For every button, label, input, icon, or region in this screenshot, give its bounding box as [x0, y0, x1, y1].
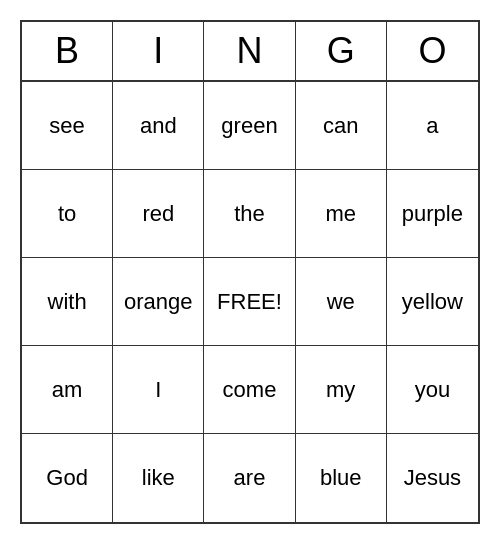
bingo-cell-0-3[interactable]: can	[296, 82, 387, 170]
bingo-cell-4-4[interactable]: Jesus	[387, 434, 478, 522]
bingo-grid: seeandgreencanatoredthemepurplewithorang…	[22, 82, 478, 522]
bingo-cell-4-3[interactable]: blue	[296, 434, 387, 522]
bingo-cell-1-2[interactable]: the	[204, 170, 295, 258]
bingo-cell-2-4[interactable]: yellow	[387, 258, 478, 346]
bingo-cell-2-0[interactable]: with	[22, 258, 113, 346]
bingo-cell-0-2[interactable]: green	[204, 82, 295, 170]
bingo-cell-2-2[interactable]: FREE!	[204, 258, 295, 346]
bingo-cell-2-3[interactable]: we	[296, 258, 387, 346]
bingo-header-letter-b: B	[22, 22, 113, 80]
bingo-cell-0-0[interactable]: see	[22, 82, 113, 170]
bingo-card: BINGO seeandgreencanatoredthemepurplewit…	[20, 20, 480, 524]
bingo-cell-1-0[interactable]: to	[22, 170, 113, 258]
bingo-cell-1-1[interactable]: red	[113, 170, 204, 258]
bingo-cell-3-2[interactable]: come	[204, 346, 295, 434]
bingo-header: BINGO	[22, 22, 478, 82]
bingo-cell-3-4[interactable]: you	[387, 346, 478, 434]
bingo-cell-3-0[interactable]: am	[22, 346, 113, 434]
bingo-header-letter-i: I	[113, 22, 204, 80]
bingo-header-letter-n: N	[204, 22, 295, 80]
bingo-cell-3-1[interactable]: I	[113, 346, 204, 434]
bingo-cell-1-4[interactable]: purple	[387, 170, 478, 258]
bingo-cell-4-1[interactable]: like	[113, 434, 204, 522]
bingo-header-letter-g: G	[296, 22, 387, 80]
bingo-cell-0-4[interactable]: a	[387, 82, 478, 170]
bingo-cell-3-3[interactable]: my	[296, 346, 387, 434]
bingo-cell-1-3[interactable]: me	[296, 170, 387, 258]
bingo-cell-2-1[interactable]: orange	[113, 258, 204, 346]
bingo-cell-4-0[interactable]: God	[22, 434, 113, 522]
bingo-cell-0-1[interactable]: and	[113, 82, 204, 170]
bingo-header-letter-o: O	[387, 22, 478, 80]
bingo-cell-4-2[interactable]: are	[204, 434, 295, 522]
